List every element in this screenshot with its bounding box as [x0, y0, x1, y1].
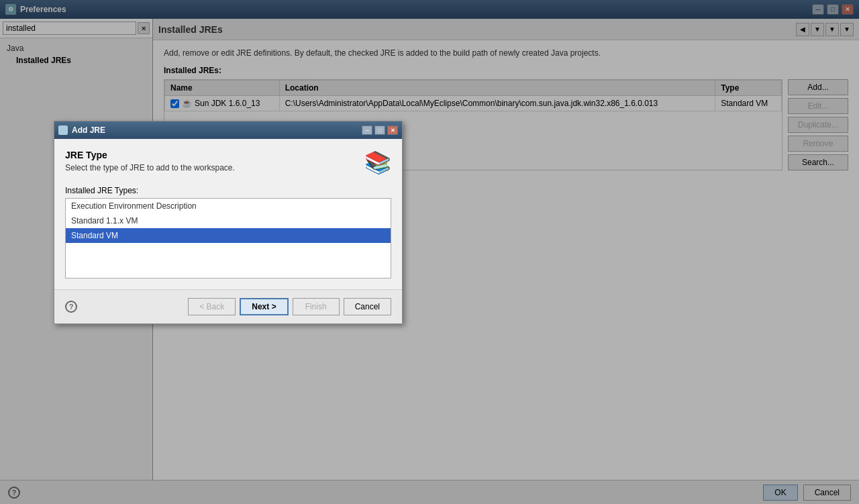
dialog-title-controls: ─ □ ✕ — [362, 125, 398, 135]
dialog-help-icon[interactable]: ? — [65, 301, 77, 313]
add-jre-dialog: Add JRE ─ □ ✕ JRE Type Select the type o… — [54, 121, 403, 324]
dialog-title: Add JRE — [72, 125, 105, 135]
jre-types-list[interactable]: Execution Environment Description Standa… — [65, 198, 391, 279]
dialog-header: JRE Type Select the type of JRE to add t… — [65, 150, 391, 175]
modal-overlay: Add JRE ─ □ ✕ JRE Type Select the type o… — [0, 0, 859, 504]
dialog-title-left: Add JRE — [58, 125, 105, 135]
dialog-minimize-button[interactable]: ─ — [362, 125, 372, 135]
dialog-footer: ? < Back Next > Finish Cancel — [54, 289, 402, 323]
dialog-back-button[interactable]: < Back — [188, 298, 236, 315]
dialog-finish-button[interactable]: Finish — [293, 298, 340, 315]
dialog-header-icon: 📚 — [364, 150, 391, 175]
dialog-header-subtitle: Select the type of JRE to add to the wor… — [65, 163, 235, 172]
dialog-next-button[interactable]: Next > — [240, 298, 288, 315]
dialog-header-text: JRE Type Select the type of JRE to add t… — [65, 150, 235, 172]
dialog-footer-buttons: < Back Next > Finish Cancel — [188, 298, 391, 315]
dialog-close-button[interactable]: ✕ — [387, 125, 398, 135]
dialog-content: JRE Type Select the type of JRE to add t… — [54, 139, 402, 289]
dialog-maximize-button[interactable]: □ — [374, 125, 385, 135]
dialog-cancel-button[interactable]: Cancel — [344, 298, 391, 315]
list-item-standard-11x[interactable]: Standard 1.1.x VM — [66, 213, 391, 228]
list-label: Installed JRE Types: — [65, 186, 391, 195]
list-item-standard-vm[interactable]: Standard VM — [66, 228, 391, 243]
dialog-title-bar: Add JRE ─ □ ✕ — [54, 121, 402, 139]
list-item-execution-env[interactable]: Execution Environment Description — [66, 199, 391, 213]
dialog-header-title: JRE Type — [65, 150, 235, 160]
dialog-icon — [58, 125, 68, 135]
